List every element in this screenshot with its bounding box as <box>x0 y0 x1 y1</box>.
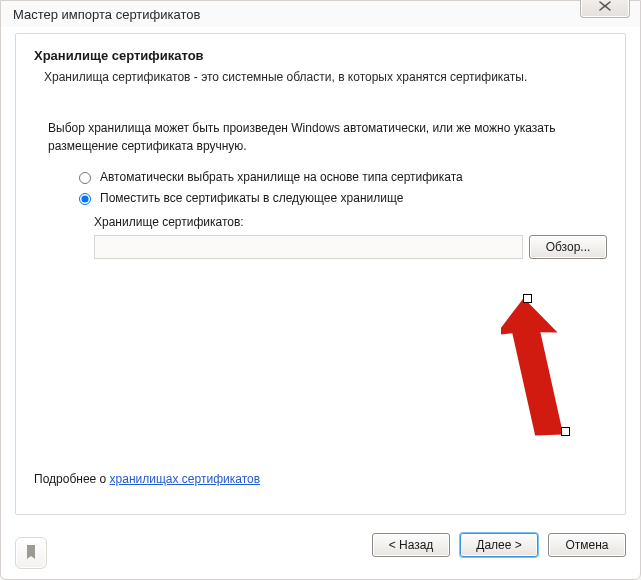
section-title: Хранилище сертификатов <box>34 48 607 63</box>
store-input[interactable] <box>94 235 523 259</box>
browse-button[interactable]: Обзор... <box>529 235 607 259</box>
option-auto[interactable]: Автоматически выбрать хранилище на основ… <box>74 169 607 184</box>
more-link[interactable]: хранилищах сертификатов <box>110 472 260 486</box>
store-row: Обзор... <box>94 235 607 259</box>
option-auto-label: Автоматически выбрать хранилище на основ… <box>100 170 463 184</box>
option-manual-label: Поместить все сертификаты в следующее хр… <box>100 191 403 205</box>
more-info: Подробнее о хранилищах сертификатов <box>34 472 260 486</box>
bookmark-icon <box>25 544 37 563</box>
close-button[interactable] <box>580 0 630 18</box>
bookmark-button[interactable] <box>15 537 47 569</box>
window-title: Мастер импорта сертификатов <box>13 7 200 22</box>
button-bar: < Назад Далее > Отмена <box>15 525 626 565</box>
cancel-button[interactable]: Отмена <box>548 533 626 557</box>
next-button[interactable]: Далее > <box>460 533 538 557</box>
lead-text: Выбор хранилища может быть произведен Wi… <box>48 120 607 155</box>
radio-manual[interactable] <box>79 193 91 205</box>
radio-auto[interactable] <box>79 172 91 184</box>
store-block: Хранилище сертификатов: Обзор... <box>94 215 607 259</box>
section-description: Хранилища сертификатов - это системные о… <box>44 69 584 86</box>
back-button[interactable]: < Назад <box>372 533 450 557</box>
store-label: Хранилище сертификатов: <box>94 215 607 229</box>
option-manual[interactable]: Поместить все сертификаты в следующее хр… <box>74 190 607 205</box>
more-prefix: Подробнее о <box>34 472 110 486</box>
wizard-window: Мастер импорта сертификатов Хранилище се… <box>0 0 641 580</box>
titlebar: Мастер импорта сертификатов <box>1 1 640 27</box>
content-frame: Хранилище сертификатов Хранилища сертифи… <box>15 33 626 515</box>
close-icon <box>598 0 612 14</box>
